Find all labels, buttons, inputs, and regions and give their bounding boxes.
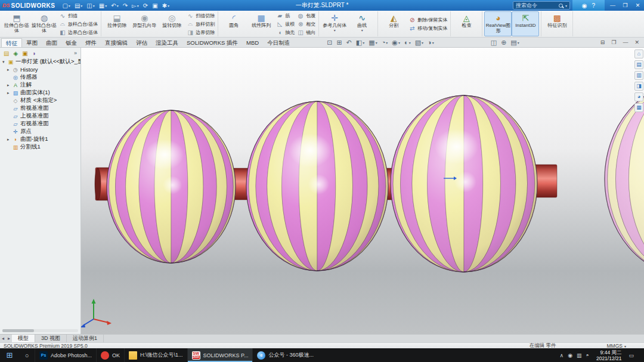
expand-arrow-icon[interactable]: ▸ bbox=[7, 137, 12, 142]
swept-cut-button[interactable]: ∿扫描切除 bbox=[185, 12, 216, 20]
check-button[interactable]: ◬检查 bbox=[453, 11, 480, 36]
displaymanager-tab-icon[interactable]: ◑ bbox=[32, 50, 36, 57]
loft-button[interactable]: ⌓放样凸台/基体 bbox=[58, 20, 99, 28]
taskbar-search-icon[interactable]: ○ bbox=[19, 348, 35, 362]
undo-button[interactable]: ↶▾ bbox=[111, 2, 118, 9]
tree-hscrollbar[interactable] bbox=[2, 329, 78, 332]
tree-expand-chevron-icon[interactable]: » bbox=[74, 50, 77, 56]
mirror-button[interactable]: ◫镜向 bbox=[296, 29, 317, 36]
wrap-button[interactable]: ◍包覆 bbox=[296, 12, 317, 20]
revolved-cut-button[interactable]: ◎旋转切除 bbox=[158, 11, 185, 36]
file-explorer-icon[interactable]: ▥ bbox=[634, 71, 643, 80]
apply-scene-icon[interactable]: ▧▾ bbox=[415, 39, 423, 47]
tree-item[interactable]: ▱上视基准面 bbox=[0, 112, 80, 120]
extrude-boss-button[interactable]: ⬒拉伸凸台/基体 bbox=[3, 11, 30, 36]
split-button[interactable]: ◭分割 bbox=[380, 11, 407, 36]
3d-scene[interactable] bbox=[81, 48, 644, 334]
taskbar-clock[interactable]: 9:44 周二2021/12/21 bbox=[593, 349, 625, 361]
tab-焊件[interactable]: 焊件 bbox=[81, 38, 101, 47]
select-button[interactable]: ▻▾ bbox=[132, 2, 139, 9]
sweep-button[interactable]: ∿扫描 bbox=[58, 12, 99, 20]
propertymanager-tab-icon[interactable]: ◈ bbox=[13, 50, 18, 57]
new-button[interactable]: ▢▾ bbox=[62, 2, 70, 9]
lofted-cut-button[interactable]: ⌓放样切割 bbox=[185, 20, 216, 28]
previous-view-icon[interactable]: ↶ bbox=[346, 39, 352, 47]
linear-pattern-button[interactable]: ▦线性阵列 bbox=[247, 11, 275, 36]
search-icon[interactable] bbox=[559, 4, 563, 8]
hide-tree-icon[interactable]: ◫ bbox=[491, 39, 497, 47]
lantern-1[interactable] bbox=[107, 110, 236, 263]
tree-item[interactable]: ▸A注解 bbox=[0, 81, 80, 89]
tree-item[interactable]: ▸▧曲面实体(1) bbox=[0, 89, 80, 97]
solidworks-resources-icon[interactable]: ⌂ bbox=[634, 49, 643, 58]
expand-arrow-icon[interactable]: ▾ bbox=[2, 60, 7, 64]
fillet-button[interactable]: ◜圆角 bbox=[220, 11, 247, 36]
doc-tab-模型[interactable]: 模型 bbox=[12, 335, 35, 342]
extruded-cut-button[interactable]: ⬓拉伸切除 bbox=[103, 11, 131, 36]
file-properties-button[interactable]: ▣ bbox=[152, 2, 157, 9]
doc-tab-3D 视图[interactable]: 3D 视图 bbox=[35, 335, 67, 342]
save-button[interactable]: ◫▾ bbox=[86, 2, 94, 9]
tree-item[interactable]: ▥分割线1 bbox=[0, 143, 80, 151]
section-view-icon[interactable]: ◧▾ bbox=[356, 39, 364, 47]
tree-hscroll-thumb[interactable] bbox=[2, 329, 34, 332]
close-button[interactable]: ✕ bbox=[631, 0, 644, 11]
view-orientation-icon[interactable]: ▦▾ bbox=[369, 39, 377, 47]
curves-button[interactable]: ∿曲线▾ bbox=[348, 11, 376, 36]
doc-minimize-button[interactable]: ⊟ bbox=[600, 39, 605, 45]
tab-特征[interactable]: 特征 bbox=[1, 38, 22, 47]
tab-钣金[interactable]: 钣金 bbox=[61, 38, 81, 47]
rebuild-button[interactable]: ⟳ bbox=[143, 2, 148, 9]
intersect-button[interactable]: ⊗相交 bbox=[296, 20, 317, 28]
edit-appearance-icon[interactable]: ◐▾ bbox=[404, 39, 411, 46]
taskbar-app-browser-360[interactable]: e公众号 - 360极速... bbox=[252, 348, 318, 362]
search-caret-icon[interactable]: ▾ bbox=[565, 4, 567, 8]
expand-arrow-icon[interactable]: ▸ bbox=[7, 83, 12, 88]
hole-wizard-button[interactable]: ◉异型孔向导 bbox=[131, 11, 158, 36]
lantern-3[interactable] bbox=[391, 95, 537, 272]
tab-评估[interactable]: 评估 bbox=[132, 38, 151, 47]
tab-scroll-right-icon[interactable]: ▸ bbox=[6, 336, 12, 341]
tab-渲染工具[interactable]: 渲染工具 bbox=[151, 38, 182, 47]
doc-tab-运动算例1[interactable]: 运动算例1 bbox=[67, 335, 104, 342]
minimize-button[interactable]: — bbox=[606, 0, 619, 11]
expand-arrow-icon[interactable]: ▸ bbox=[7, 67, 12, 72]
featuremanager-tab-icon[interactable]: ▤ bbox=[4, 50, 9, 57]
appearances-scenes-icon[interactable]: ◕ bbox=[634, 92, 643, 101]
boundary-cut-button[interactable]: ◨边界切除 bbox=[185, 29, 216, 36]
restore-button[interactable]: ❐ bbox=[619, 0, 631, 11]
toolbar-options-icon[interactable]: ▤▾ bbox=[510, 39, 519, 47]
tab-MBD[interactable]: MBD bbox=[242, 38, 263, 47]
reference-geometry-button[interactable]: ✛参考几何体▾ bbox=[321, 11, 348, 36]
display-style-icon[interactable]: ◔▾ bbox=[382, 39, 388, 46]
tab-草图[interactable]: 草图 bbox=[22, 38, 42, 47]
help-login-area[interactable]: ◉? bbox=[572, 0, 605, 11]
boundary-button[interactable]: ◧边界凸台/基体 bbox=[58, 29, 99, 36]
custom-properties-icon[interactable]: ▦ bbox=[634, 103, 643, 112]
tree-item[interactable]: ▾▣一串灯笼 (默认<<默认>_显示状态 1>) bbox=[0, 58, 80, 66]
taskbar-app-app-ok[interactable]: OK bbox=[96, 348, 124, 362]
tree-item[interactable]: ▸◷History bbox=[0, 66, 80, 73]
tab-今日制造[interactable]: 今日制造 bbox=[263, 38, 294, 47]
featureworks-button[interactable]: ▩特征识别 bbox=[543, 11, 571, 36]
doc-hide-button[interactable]: — bbox=[623, 39, 628, 45]
fullscreen-icon[interactable]: ⊕ bbox=[501, 39, 506, 47]
command-search[interactable]: 搜索命令 ▾ bbox=[513, 1, 570, 10]
tray-expand-icon[interactable]: ∧ bbox=[560, 352, 564, 358]
hide-show-items-icon[interactable]: ◉▾ bbox=[392, 39, 400, 47]
move-copy-body-button[interactable]: ⇄移动/复制实体 bbox=[407, 24, 448, 32]
design-library-icon[interactable]: ▤ bbox=[634, 60, 643, 69]
login-icon[interactable]: ◉ bbox=[582, 2, 587, 9]
tray-ime-icon[interactable]: ◓ bbox=[586, 352, 589, 358]
tree-item[interactable]: ◇材质 <未指定> bbox=[0, 97, 80, 104]
shell-button[interactable]: ◖抽壳 bbox=[275, 29, 296, 36]
start-button[interactable]: ⊞ bbox=[0, 348, 19, 362]
rib-button[interactable]: ▰筋 bbox=[275, 12, 296, 20]
action-center-icon[interactable]: ▭ bbox=[628, 352, 634, 358]
tree-item[interactable]: ✛原点 bbox=[0, 128, 80, 135]
options-button[interactable]: ✱▾ bbox=[162, 2, 169, 9]
help-icon[interactable]: ? bbox=[592, 2, 596, 9]
instant3d-button[interactable]: ⇱Instant3D bbox=[512, 11, 539, 36]
tree-item[interactable]: ▱前视基准面 bbox=[0, 104, 80, 112]
tree-item[interactable]: ◎传感器 bbox=[0, 73, 80, 81]
